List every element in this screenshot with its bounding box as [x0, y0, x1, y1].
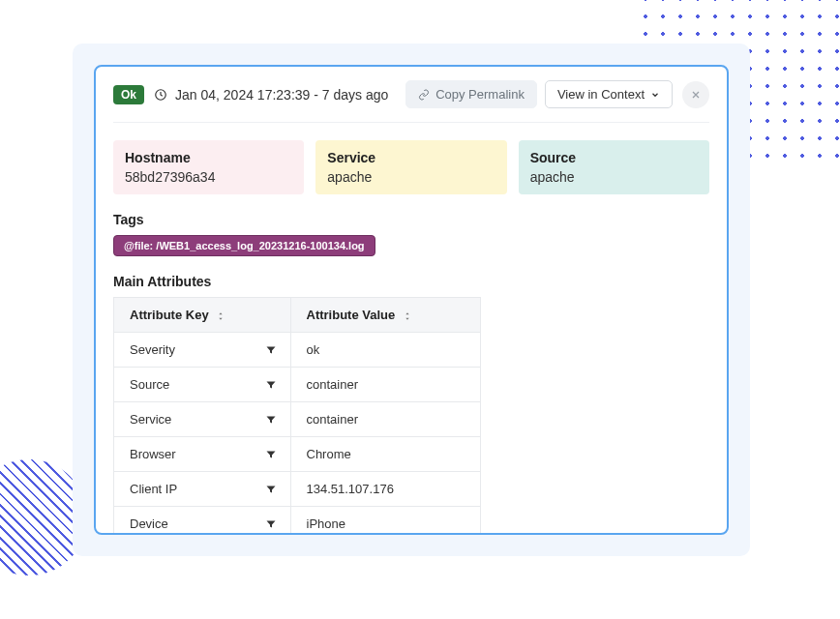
filter-icon[interactable] — [265, 518, 277, 530]
col-key-label: Attribute Key — [130, 308, 209, 322]
tags-title: Tags — [113, 212, 709, 227]
view-in-context-button[interactable]: View in Context — [545, 80, 673, 108]
table-row: Severityok — [114, 333, 481, 368]
filter-icon[interactable] — [265, 379, 277, 391]
link-icon — [418, 89, 430, 101]
attr-key-cell: Source — [114, 368, 291, 402]
attr-key: Browser — [130, 447, 176, 461]
service-card: Service apache — [315, 140, 506, 194]
attributes-table: Attribute Key Attribute Value Severityok… — [113, 297, 481, 535]
clock-icon — [154, 88, 167, 102]
info-cards-row: Hostname 58bd27396a34 Service apache Sou… — [113, 140, 709, 194]
attr-key: Device — [130, 516, 168, 531]
source-value: apache — [530, 169, 698, 185]
table-row: BrowserChrome — [114, 437, 481, 472]
copy-permalink-label: Copy Permalink — [435, 87, 525, 102]
panel-outer: Ok Jan 04, 2024 17:23:39 - 7 days ago Co… — [73, 44, 750, 556]
filter-icon[interactable] — [265, 449, 277, 460]
filter-icon[interactable] — [265, 484, 277, 495]
service-label: Service — [327, 150, 495, 165]
hostname-value: 58bd27396a34 — [125, 169, 292, 185]
timestamp-text: Jan 04, 2024 17:23:39 - 7 days ago — [175, 87, 398, 103]
table-row: Sourcecontainer — [114, 368, 481, 402]
source-card: Source apache — [519, 140, 709, 194]
tag-pill-file[interactable]: @file: /WEB1_access_log_20231216-100134.… — [113, 235, 375, 256]
attr-value: Chrome — [307, 447, 351, 461]
attr-value-cell: Chrome — [290, 437, 481, 472]
table-row: Servicecontainer — [114, 402, 481, 437]
filter-icon[interactable] — [265, 344, 277, 356]
view-in-context-label: View in Context — [557, 87, 645, 102]
attr-value: ok — [307, 342, 320, 357]
attr-key-cell: Service — [114, 402, 291, 437]
attr-value-cell: iPhone — [290, 507, 481, 536]
col-attribute-value[interactable]: Attribute Value — [290, 298, 481, 333]
attr-key: Client IP — [130, 482, 177, 496]
attr-value: container — [307, 412, 358, 427]
main-attributes-title: Main Attributes — [113, 274, 709, 289]
chevron-down-icon — [650, 90, 660, 100]
close-button[interactable] — [682, 81, 709, 108]
attr-key-cell: Device — [114, 507, 291, 536]
close-icon — [690, 89, 702, 101]
attr-value: iPhone — [307, 516, 345, 531]
attr-key: Source — [130, 377, 169, 392]
card-header: Ok Jan 04, 2024 17:23:39 - 7 days ago Co… — [113, 80, 709, 123]
attr-key: Service — [130, 412, 171, 427]
table-row: Client IP134.51.107.176 — [114, 472, 481, 507]
source-label: Source — [530, 150, 698, 165]
attr-value-cell: container — [290, 402, 481, 437]
status-badge: Ok — [113, 85, 144, 104]
attr-value-cell: 134.51.107.176 — [290, 472, 481, 507]
attr-value: 134.51.107.176 — [307, 482, 394, 496]
attr-value-cell: ok — [290, 333, 481, 368]
attr-value: container — [307, 377, 358, 392]
attr-key-cell: Browser — [114, 437, 291, 472]
table-row: DeviceiPhone — [114, 507, 481, 536]
sort-icon — [403, 310, 412, 322]
attr-key: Severity — [130, 342, 175, 357]
copy-permalink-button[interactable]: Copy Permalink — [405, 80, 537, 108]
filter-icon[interactable] — [265, 414, 277, 426]
hostname-card: Hostname 58bd27396a34 — [113, 140, 304, 194]
col-attribute-key[interactable]: Attribute Key — [114, 298, 291, 333]
attr-key-cell: Severity — [114, 333, 291, 368]
log-detail-card: Ok Jan 04, 2024 17:23:39 - 7 days ago Co… — [94, 65, 729, 535]
col-value-label: Attribute Value — [307, 308, 396, 322]
sort-icon — [216, 310, 225, 322]
hostname-label: Hostname — [125, 150, 292, 165]
table-header-row: Attribute Key Attribute Value — [114, 298, 481, 333]
service-value: apache — [327, 169, 495, 185]
attr-value-cell: container — [290, 368, 481, 402]
attr-key-cell: Client IP — [114, 472, 291, 507]
